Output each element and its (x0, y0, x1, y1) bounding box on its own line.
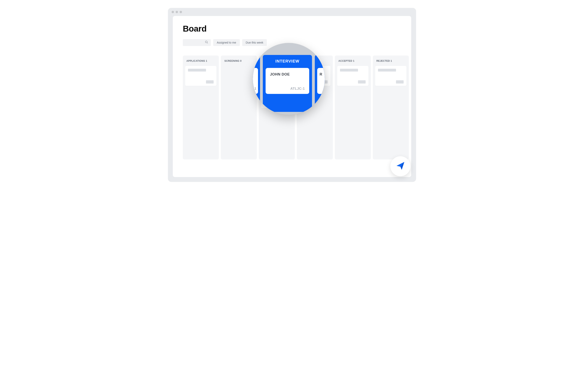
browser-titlebar (168, 8, 416, 16)
card-name-fragment: R (320, 72, 325, 76)
search-icon (205, 40, 208, 45)
traffic-light-close-icon[interactable] (172, 11, 174, 13)
kanban-card[interactable] (337, 66, 368, 86)
card-title-placeholder (378, 69, 396, 72)
column-header: ACCEPTED 1 (337, 59, 368, 66)
column-header: SCREENING 0 (223, 59, 254, 66)
card-issue-id: ATLJC-1 (290, 87, 305, 91)
card-id-placeholder (396, 80, 404, 84)
svg-line-1 (207, 42, 208, 43)
svg-point-0 (205, 41, 207, 43)
column-screening: SCREENING 0 (221, 56, 257, 160)
magnifier-content: . 1 INTERVIEW JOHN DOE ATLJC-1 . R (253, 43, 325, 115)
browser-frame: Board Assigned to me Due this week APPLI… (168, 8, 416, 182)
card-id-placeholder (206, 80, 214, 84)
page-title: Board (183, 24, 401, 34)
paper-plane-icon (395, 161, 406, 172)
app-surface: Board Assigned to me Due this week APPLI… (173, 16, 411, 177)
filter-due-this-week[interactable]: Due this week (242, 39, 267, 46)
column-header: APPLICATIONS 1 (185, 59, 216, 66)
column-rejected: REJECTED 1 (373, 56, 409, 160)
column-applications: APPLICATIONS 1 (183, 56, 219, 160)
magnifier-card[interactable]: JOHN DOE ATLJC-1 (265, 68, 309, 94)
column-accepted: ACCEPTED 1 (335, 56, 371, 160)
column-header: REJECTED 1 (375, 59, 406, 66)
send-fab[interactable] (390, 156, 410, 176)
magnifier-col-interview: INTERVIEW JOHN DOE ATLJC-1 (263, 55, 312, 112)
card-candidate-name: JOHN DOE (270, 72, 305, 76)
kanban-card[interactable] (185, 66, 216, 86)
magnifier-lens: . 1 INTERVIEW JOHN DOE ATLJC-1 . R (253, 43, 325, 115)
card-title-placeholder (188, 69, 206, 72)
card-id-placeholder (358, 80, 366, 84)
traffic-light-minimize-icon[interactable] (176, 11, 178, 13)
traffic-light-zoom-icon[interactable] (180, 11, 182, 13)
card-title-placeholder (340, 69, 358, 72)
kanban-card[interactable] (375, 66, 406, 86)
search-input[interactable] (183, 39, 211, 46)
card-id-fragment: 1 (254, 87, 256, 91)
magnifier-column-title: INTERVIEW (265, 55, 309, 68)
filter-assigned-to-me[interactable]: Assigned to me (213, 39, 240, 46)
